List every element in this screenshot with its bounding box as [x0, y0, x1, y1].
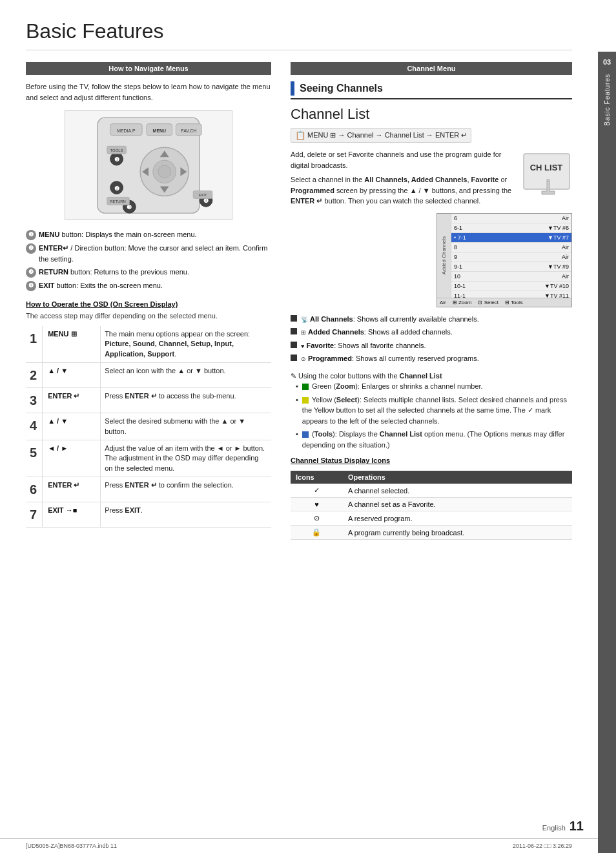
note-text: Yellow (Select): Selects multiple channe…: [302, 395, 572, 427]
note-title: ✎ Using the color buttons with the Chann…: [291, 371, 572, 382]
channel-num: 6-1: [454, 225, 462, 231]
table-cell-key: ▲ / ▼: [43, 413, 101, 440]
table-header-row: Icons Operations: [291, 471, 572, 484]
left-column: How to Navigate Menus Before using the T…: [26, 62, 271, 540]
svg-text:EXIT: EXIT: [198, 193, 207, 197]
table-cell-desc: Press ENTER ↵ to access the sub-menu.: [101, 388, 271, 413]
bullet-text: ENTER↵ / Direction button: Move the curs…: [39, 243, 271, 264]
table-row: 6 ENTER ↵ Press ENTER ↵ to confirm the s…: [26, 477, 271, 502]
bullet-number: ❷: [26, 243, 36, 254]
channel-screen-left-label: Added Channels: [441, 236, 447, 274]
right-section-header: Channel Menu: [291, 62, 572, 75]
channel-row: 6Air: [451, 214, 571, 223]
channel-num: • 7-1: [454, 234, 466, 241]
channel-num: 8: [454, 244, 457, 251]
channel-num: 6: [454, 215, 457, 221]
bullet-text: EXIT button: Exits the on-screen menu.: [39, 280, 163, 291]
table-cell-num: 7: [26, 502, 43, 528]
table-cell-key: ▲ / ▼: [43, 363, 101, 388]
bullet-text: RETURN button: Returns to the previous m…: [39, 267, 189, 278]
main-content: Basic Features How to Navigate Menus Bef…: [0, 0, 598, 853]
svg-text:RETURN: RETURN: [110, 200, 126, 203]
chapter-label: Basic Features: [604, 74, 611, 126]
table-cell-num: 5: [26, 440, 43, 477]
channel-type: Air: [562, 273, 569, 280]
menu-path-icon: 📋: [295, 130, 305, 140]
language-label: English: [542, 824, 566, 832]
footer-select: ⊡ Select: [478, 300, 498, 305]
channel-description: Add, delete or set Favorite channels and…: [291, 149, 514, 207]
remote-button-list: ❶ MENU button: Displays the main on-scre…: [26, 229, 271, 291]
channel-type-text: ⊞ Added Channels: Shows all added channe…: [301, 327, 453, 338]
svg-text:FAV.CH: FAV.CH: [181, 128, 196, 133]
svg-text:MEDIA.P: MEDIA.P: [117, 128, 136, 133]
channel-type: ▼TV #11: [544, 293, 569, 299]
table-row: ✓ A channel selected.: [291, 484, 572, 498]
footer-right: 2011-06-22 □□ 3:26:29: [513, 843, 572, 849]
channel-type: ▼TV #10: [544, 283, 569, 289]
footer-label: Air: [440, 300, 446, 305]
channel-row: 6-1▼TV #6: [451, 223, 571, 233]
left-section-header: How to Navigate Menus: [26, 62, 271, 75]
table-row: 1 MENU ⊞ The main menu options appear on…: [26, 326, 271, 363]
table-row: 4 ▲ / ▼ Select the desired submenu with …: [26, 413, 271, 440]
status-desc: A channel selected.: [343, 484, 572, 498]
status-icon: ♥: [291, 498, 343, 511]
table-header-icons: Icons: [291, 471, 343, 484]
table-row: 5 ◄ / ► Adjust the value of an item with…: [26, 440, 271, 477]
channel-list-title: Channel List: [291, 106, 572, 123]
blue-bar-accent: [291, 81, 294, 96]
square-bullet: [291, 328, 297, 334]
table-cell-key: ◄ / ►: [43, 440, 101, 477]
note-bullet: •: [296, 381, 298, 392]
nav-description: Before using the TV, follow the steps be…: [26, 81, 271, 103]
table-cell-num: 6: [26, 477, 43, 502]
channel-type: Air: [562, 254, 569, 260]
status-icon: ⊙: [291, 511, 343, 526]
channel-type-text: ♥ Favorite: Shows all favorite channels.: [301, 340, 426, 351]
table-cell-num: 3: [26, 388, 43, 413]
svg-text:❹: ❹: [203, 198, 209, 204]
note-bullet: •: [296, 395, 298, 406]
bullet-text: MENU button: Displays the main on-screen…: [39, 229, 197, 240]
note-list: • Green (Zoom): Enlarges or shrinks a ch…: [291, 381, 572, 450]
note-item: • Yellow (Select): Selects multiple chan…: [296, 395, 572, 427]
svg-text:TOOLS: TOOLS: [110, 149, 123, 152]
channel-type: ▼TV #7: [548, 234, 569, 241]
channel-status-header: Channel Status Display Icons: [291, 457, 572, 464]
bullet-number: ❹: [26, 281, 36, 291]
table-cell-num: 2: [26, 363, 43, 388]
side-tab: 03 Basic Features: [598, 52, 616, 853]
status-table: Icons Operations ✓ A channel selected. ♥…: [291, 471, 572, 540]
list-item: ❶ MENU button: Displays the main on-scre…: [26, 229, 271, 240]
square-bullet: [291, 315, 297, 322]
osd-table: 1 MENU ⊞ The main menu options appear on…: [26, 326, 271, 528]
page-title: Basic Features: [26, 19, 572, 50]
table-cell-desc: The main menu options appear on the scre…: [101, 326, 271, 363]
table-cell-key: ENTER ↵: [43, 388, 101, 413]
table-cell-num: 1: [26, 326, 43, 363]
channel-row: 8Air: [451, 243, 571, 252]
table-cell-desc: Select an icon with the ▲ or ▼ button.: [101, 363, 271, 388]
seeing-channels-title: Seeing Channels: [300, 83, 383, 94]
channel-type: ▼TV #6: [548, 225, 569, 231]
channel-row: 9Air: [451, 252, 571, 262]
status-icon: 🔒: [291, 526, 343, 540]
bullet-number: ❸: [26, 267, 36, 278]
osd-subheader: How to Operate the OSD (On Screen Displa…: [26, 300, 271, 308]
note-block: ✎ Using the color buttons with the Chann…: [291, 371, 572, 451]
channel-row: 10Air: [451, 272, 571, 282]
table-cell-key: MENU ⊞: [43, 326, 101, 363]
channel-row: 11-1▼TV #11: [451, 291, 571, 300]
svg-text:❷: ❷: [114, 185, 119, 192]
table-cell-key: ENTER ↵: [43, 477, 101, 502]
channel-type: Air: [562, 244, 569, 251]
list-item: ❹ EXIT button: Exits the on-screen menu.: [26, 280, 271, 291]
channel-type-text: ⊙ Programmed: Shows all currently reserv…: [301, 353, 479, 364]
status-desc: A reserved program.: [343, 511, 572, 526]
menu-path: 📋 MENU ⊞ → Channel → Channel List → ENTE…: [291, 128, 471, 143]
channel-num: 11-1: [454, 293, 466, 299]
ch-list-badge: CH LIST: [520, 149, 572, 201]
channel-type-item: 📡 All Channels: Shows all currently avai…: [291, 314, 572, 325]
menu-path-text: MENU ⊞ → Channel → Channel List → ENTER …: [307, 131, 467, 139]
